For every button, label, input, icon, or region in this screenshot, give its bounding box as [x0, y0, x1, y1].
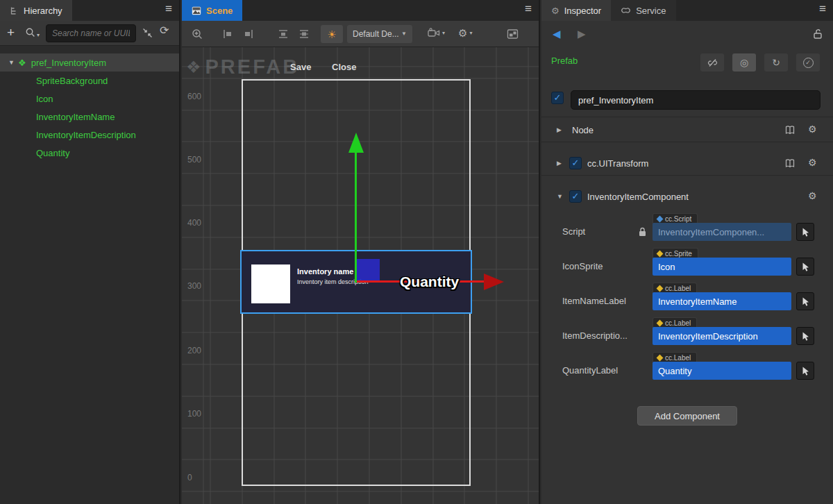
prefab-apply-button[interactable]: ✓	[796, 53, 820, 72]
cocos-creator-editor: Hierarchy ≡ + ▾ ⟳ ▼ ❖ pref_InventoryItem…	[0, 0, 833, 504]
tab-inspector[interactable]: ⚙ Inspector	[541, 0, 611, 21]
label-reference-field[interactable]: InventoryItemName	[653, 292, 791, 310]
section-uitransform[interactable]: ▶ ✓ cc.UITransform ⚙	[541, 153, 833, 174]
scene-menu-icon[interactable]: ≡	[525, 3, 532, 15]
prefab-close-button[interactable]: Close	[332, 62, 356, 72]
history-forward-button[interactable]: ▶	[578, 28, 586, 39]
tree-row[interactable]: Quantity	[0, 144, 179, 162]
reference-picker-button[interactable]	[796, 258, 814, 276]
lock-icon	[638, 227, 647, 237]
label-reference-field[interactable]: Quantity	[653, 362, 791, 380]
tree-row[interactable]: Icon	[0, 90, 179, 108]
reference-picker-button[interactable]	[796, 223, 814, 241]
docs-book-icon[interactable]	[784, 125, 796, 135]
add-component-button[interactable]: Add Component	[637, 406, 737, 426]
node-active-checkbox[interactable]: ✓	[551, 92, 564, 104]
tab-hierarchy[interactable]: Hierarchy	[0, 0, 72, 21]
hierarchy-menu-icon[interactable]: ≡	[165, 3, 172, 15]
caret-down-icon[interactable]: ▼	[557, 194, 563, 200]
type-tag: cc.Label	[653, 352, 697, 362]
section-title: cc.UITransform	[587, 158, 648, 169]
prefab-cube-icon: ❖	[18, 58, 26, 67]
prop-label: Script	[562, 226, 643, 237]
node-name-input[interactable]	[571, 90, 821, 110]
create-node-button[interactable]: +	[7, 26, 15, 39]
tab-service[interactable]: Service	[611, 0, 675, 21]
refresh-icon[interactable]: ⟳	[160, 25, 169, 36]
caret-right-icon[interactable]: ▶	[557, 160, 562, 167]
tree-row[interactable]: InventoryItemName	[0, 108, 179, 126]
inspector-tab-label: Inspector	[564, 6, 601, 16]
gear-icon[interactable]: ⚙	[808, 191, 817, 201]
gear-icon[interactable]: ⚙	[808, 158, 817, 167]
expand-caret-icon[interactable]: ▼	[8, 60, 18, 66]
item-name-text: Inventory name	[297, 267, 353, 276]
section-node[interactable]: ▶ Node ⚙	[541, 120, 833, 141]
type-tag: cc.Script	[653, 213, 698, 224]
label-reference-field[interactable]: InventoryItemDescription	[653, 327, 791, 345]
component-enabled-checkbox[interactable]: ✓	[569, 190, 582, 203]
hierarchy-tree: ▼ ❖ pref_InventoryItem SpriteBackground …	[0, 47, 179, 504]
gear-icon: ⚙	[551, 6, 559, 15]
section-title: Node	[572, 125, 594, 135]
uitransform-enabled-checkbox[interactable]: ✓	[569, 157, 582, 169]
inspector-menu-icon[interactable]: ≡	[819, 3, 826, 15]
tree-row[interactable]: SpriteBackground	[0, 72, 179, 90]
docs-book-icon[interactable]	[784, 158, 796, 169]
unlock-icon[interactable]	[812, 28, 823, 40]
search-input[interactable]	[46, 24, 136, 42]
tree-row[interactable]: InventoryItemDescription	[0, 126, 179, 144]
prefab-unlink-button[interactable]	[700, 53, 724, 72]
caret-right-icon[interactable]: ▶	[557, 127, 562, 133]
tree-row-root[interactable]: ▼ ❖ pref_InventoryItem	[0, 53, 179, 72]
align-right-icon[interactable]	[243, 28, 254, 40]
collapse-all-icon[interactable]	[142, 27, 153, 39]
inspector-panel: ⚙ Inspector Service ≡ ◀ ▶ Prefab ◎	[541, 0, 833, 504]
prefab-reset-button[interactable]: ↻	[764, 53, 788, 72]
align-middle-icon[interactable]	[298, 28, 310, 40]
scene-viewport[interactable]: 600 500 400 300 200 100 0 ❖ PREFAB Save …	[182, 47, 539, 504]
scene-tab-label: Scene	[206, 6, 233, 16]
reference-picker-button[interactable]	[796, 362, 814, 380]
align-top-icon[interactable]	[278, 28, 289, 40]
search-filter-icon[interactable]: ▾	[25, 27, 40, 38]
scene-tabbar: Scene ≡	[182, 0, 539, 21]
prefab-cube-icon: ❖	[186, 59, 201, 76]
layout-windows-icon[interactable]	[507, 28, 519, 40]
gear-icon[interactable]: ⚙	[808, 124, 817, 134]
sun-gizmo-icon: ☀	[327, 29, 336, 40]
gizmo-plane-handle[interactable]	[357, 259, 380, 282]
camera-menu-button[interactable]: ▾	[428, 28, 445, 38]
divider	[541, 175, 833, 176]
gizmo-y-axis-arrowhead[interactable]	[348, 133, 364, 153]
hierarchy-tree-icon	[10, 6, 19, 15]
ruler-label: 500	[187, 155, 201, 165]
gizmo-toggle-button[interactable]: ☀	[321, 25, 343, 43]
ruler-label: 300	[187, 281, 201, 291]
script-reference-field[interactable]: InventoryItemComponen...	[653, 223, 791, 241]
type-tag: cc.Sprite	[653, 248, 698, 258]
ruler-label: 600	[187, 92, 201, 101]
reference-picker-button[interactable]	[796, 327, 814, 345]
gizmo-y-axis[interactable]	[355, 152, 357, 283]
gizmo-x-axis-arrowhead[interactable]	[484, 274, 504, 290]
zoom-in-icon[interactable]	[192, 28, 203, 40]
scene-panel: Scene ≡ ☀ Default De...	[182, 0, 540, 504]
sprite-reference-field[interactable]: Icon	[653, 258, 791, 276]
ruler-label: 0	[187, 473, 192, 482]
tab-scene[interactable]: Scene	[182, 0, 242, 21]
align-left-icon[interactable]	[222, 28, 233, 40]
prefab-locate-button[interactable]: ◎	[732, 53, 756, 72]
reference-picker-button[interactable]	[796, 292, 814, 310]
history-back-button[interactable]: ◀	[553, 28, 561, 39]
prop-script: Script cc.Script InventoryItemComponen..…	[541, 223, 833, 251]
service-tab-label: Service	[636, 6, 666, 16]
scene-settings-button[interactable]: ⚙ ▾	[458, 28, 472, 38]
prop-label: ItemDescriptio...	[562, 330, 643, 341]
device-select[interactable]: Default De... ▼	[347, 25, 412, 43]
divider	[541, 117, 833, 117]
prefab-save-button[interactable]: Save	[290, 62, 311, 72]
section-inventoryitemcomponent[interactable]: ▼ ✓ InventoryItemComponent ⚙	[541, 187, 833, 208]
chevron-down-icon: ▾	[442, 31, 445, 36]
type-tag: cc.Label	[653, 283, 697, 293]
